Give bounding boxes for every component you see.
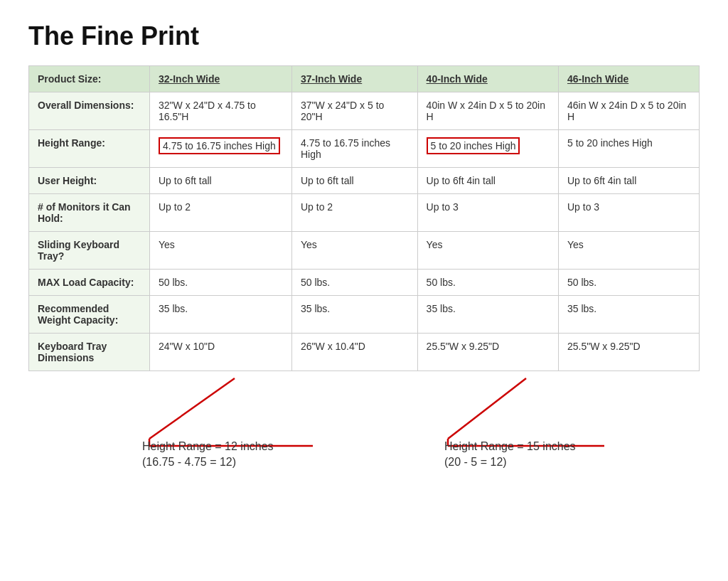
- highlighted-value: 5 to 20 inches High: [427, 137, 520, 154]
- table-row: User Height:Up to 6ft tallUp to 6ft tall…: [29, 168, 700, 194]
- row-cell: Yes: [559, 232, 700, 270]
- row-label: Height Range:: [29, 130, 150, 168]
- annotation-left: Height Range = 12 inches (16.75 - 4.75 =…: [142, 439, 327, 471]
- row-cell: 50 lbs.: [559, 270, 700, 296]
- row-cell: 32"W x 24"D x 4.75 to 16.5"H: [150, 92, 292, 130]
- row-cell: Up to 2: [150, 194, 292, 232]
- annotation-right-line2: (20 - 5 = 12): [444, 454, 629, 470]
- row-cell: 50 lbs.: [417, 270, 558, 296]
- col-header-32: 32-Inch Wide: [150, 66, 292, 92]
- row-label: Overall Dimensions:: [29, 92, 150, 130]
- annotation-right: Height Range = 15 inches (20 - 5 = 12): [444, 439, 629, 471]
- row-cell: Up to 6ft tall: [150, 168, 292, 194]
- row-cell: Yes: [417, 232, 558, 270]
- annotations-area: Height Range = 12 inches (16.75 - 4.75 =…: [28, 375, 700, 499]
- table-row: MAX Load Capacity:50 lbs.50 lbs.50 lbs.5…: [29, 270, 700, 296]
- row-label: # of Monitors it Can Hold:: [29, 194, 150, 232]
- col-header-46: 46-Inch Wide: [559, 66, 700, 92]
- row-cell: 25.5"W x 9.25"D: [417, 334, 558, 371]
- row-cell: 35 lbs.: [417, 296, 558, 334]
- row-cell: 24"W x 10"D: [150, 334, 292, 371]
- row-cell: Up to 6ft tall: [291, 168, 417, 194]
- row-cell: Up to 2: [291, 194, 417, 232]
- table-row: Overall Dimensions:32"W x 24"D x 4.75 to…: [29, 92, 700, 130]
- row-cell: Up to 3: [559, 194, 700, 232]
- row-cell: 5 to 20 inches High: [417, 130, 558, 168]
- table-row: Height Range:4.75 to 16.75 inches High4.…: [29, 130, 700, 168]
- row-label: User Height:: [29, 168, 150, 194]
- row-cell: Up to 3: [417, 194, 558, 232]
- row-label: Keyboard Tray Dimensions: [29, 334, 150, 371]
- row-cell: 50 lbs.: [150, 270, 292, 296]
- row-cell: 46in W x 24in D x 5 to 20in H: [559, 92, 700, 130]
- row-cell: 35 lbs.: [150, 296, 292, 334]
- row-label: Recommended Weight Capacity:: [29, 296, 150, 334]
- row-cell: 5 to 20 inches High: [559, 130, 700, 168]
- annotation-left-line1: Height Range = 12 inches: [142, 439, 327, 454]
- row-cell: 25.5"W x 9.25"D: [559, 334, 700, 371]
- row-cell: Yes: [291, 232, 417, 270]
- row-cell: 40in W x 24in D x 5 to 20in H: [417, 92, 558, 130]
- svg-line-3: [448, 378, 526, 439]
- row-cell: 26"W x 10.4"D: [291, 334, 417, 371]
- row-cell: 37"W x 24"D x 5 to 20"H: [291, 92, 417, 130]
- row-cell: 50 lbs.: [291, 270, 417, 296]
- table-row: # of Monitors it Can Hold:Up to 2Up to 2…: [29, 194, 700, 232]
- highlighted-value: 4.75 to 16.75 inches High: [159, 137, 280, 154]
- page-title: The Fine Print: [28, 21, 700, 51]
- table-row: Keyboard Tray Dimensions24"W x 10"D26"W …: [29, 334, 700, 371]
- row-cell: Up to 6ft 4in tall: [417, 168, 558, 194]
- col-header-37: 37-Inch Wide: [291, 66, 417, 92]
- col-header-40: 40-Inch Wide: [417, 66, 558, 92]
- row-cell: 35 lbs.: [559, 296, 700, 334]
- table-row: Sliding Keyboard Tray?YesYesYesYes: [29, 232, 700, 270]
- svg-line-0: [149, 378, 235, 439]
- product-size-header: Product Size:: [29, 66, 150, 92]
- annotation-left-line2: (16.75 - 4.75 = 12): [142, 454, 327, 470]
- annotation-right-line1: Height Range = 15 inches: [444, 439, 629, 454]
- row-cell: Up to 6ft 4in tall: [559, 168, 700, 194]
- row-cell: 4.75 to 16.75 inches High: [150, 130, 292, 168]
- row-cell: 4.75 to 16.75 inches High: [291, 130, 417, 168]
- row-label: MAX Load Capacity:: [29, 270, 150, 296]
- comparison-table: Product Size: 32-Inch Wide 37-Inch Wide …: [28, 65, 700, 371]
- row-label: Sliding Keyboard Tray?: [29, 232, 150, 270]
- row-cell: Yes: [150, 232, 292, 270]
- row-cell: 35 lbs.: [291, 296, 417, 334]
- table-row: Recommended Weight Capacity:35 lbs.35 lb…: [29, 296, 700, 334]
